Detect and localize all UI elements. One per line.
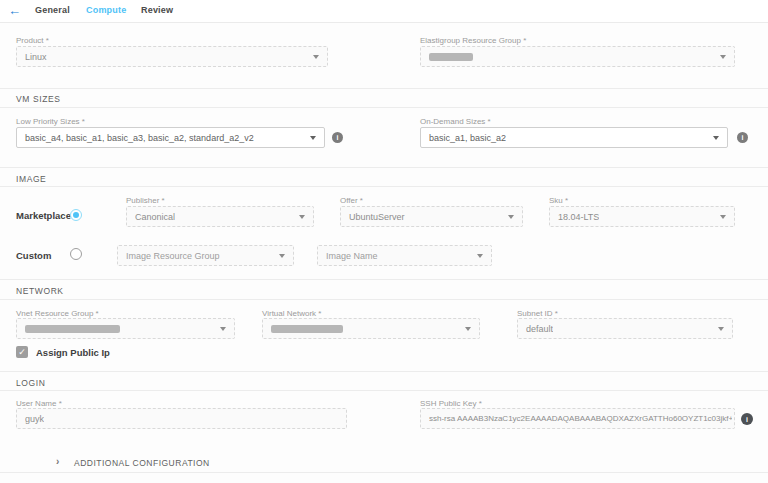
publisher-select[interactable]: Canonical <box>126 206 314 227</box>
section-underline <box>0 299 768 300</box>
chevron-down-icon <box>720 215 726 219</box>
low-priority-sizes-select[interactable]: basic_a4, basic_a1, basic_a3, basic_a2, … <box>16 127 325 148</box>
product-value: Linux <box>25 52 47 62</box>
section-underline <box>0 186 768 187</box>
chevron-down-icon <box>718 327 724 331</box>
offer-label: Offer * <box>340 196 363 205</box>
chevron-down-icon <box>299 215 305 219</box>
image-name-placeholder: Image Name <box>326 251 378 261</box>
section-underline <box>0 107 768 108</box>
info-icon[interactable]: i <box>741 413 753 425</box>
user-name-label: User Name * <box>16 399 62 408</box>
ssh-public-key-input[interactable]: ssh-rsa AAAAB3NzaC1yc2EAAAADAQABAAABAQDX… <box>420 408 735 429</box>
chevron-down-icon <box>720 55 726 59</box>
info-icon[interactable]: i <box>737 132 748 143</box>
additional-configuration-label: ADDITIONAL CONFIGURATION <box>74 458 210 468</box>
subnet-id-label: Subnet ID * <box>517 309 558 318</box>
info-icon[interactable]: i <box>332 132 343 143</box>
chevron-down-icon <box>465 327 471 331</box>
section-divider <box>0 279 768 280</box>
section-divider <box>0 167 768 168</box>
sku-value: 18.04-LTS <box>558 212 599 222</box>
section-divider <box>0 88 768 89</box>
wizard-tab-bar: ← General Compute Review <box>0 0 768 23</box>
offer-value: UbuntuServer <box>349 212 405 222</box>
custom-label: Custom <box>16 250 51 261</box>
subnet-id-select[interactable]: default <box>517 318 733 339</box>
network-section-title: NETWORK <box>16 286 64 296</box>
subnet-id-value: default <box>526 324 553 334</box>
elastigroup-resource-group-select[interactable] <box>420 46 735 67</box>
image-name-select[interactable]: Image Name <box>317 245 492 266</box>
virtual-network-label: Virtual Network * <box>262 309 321 318</box>
product-select[interactable]: Linux <box>16 46 328 67</box>
chevron-down-icon <box>713 136 719 140</box>
back-arrow-icon[interactable]: ← <box>8 2 21 20</box>
sku-select[interactable]: 18.04-LTS <box>549 206 735 227</box>
image-section-title: IMAGE <box>16 174 46 184</box>
chevron-down-icon <box>313 55 319 59</box>
vm-sizes-section-title: VM SIZES <box>16 94 60 104</box>
section-divider <box>0 371 768 372</box>
tab-review[interactable]: Review <box>141 5 173 15</box>
on-demand-sizes-value: basic_a1, basic_a2 <box>429 133 506 143</box>
redacted-value <box>271 325 343 333</box>
tab-general[interactable]: General <box>35 5 70 15</box>
low-priority-sizes-value: basic_a4, basic_a1, basic_a3, basic_a2, … <box>25 133 254 143</box>
vnet-resource-group-label: Vnet Resource Group * <box>16 309 99 318</box>
chevron-down-icon <box>279 254 285 258</box>
image-resource-group-select[interactable]: Image Resource Group <box>117 245 294 266</box>
section-underline <box>0 390 768 391</box>
assign-public-ip-label: Assign Public Ip <box>36 347 110 358</box>
on-demand-sizes-select[interactable]: basic_a1, basic_a2 <box>420 127 728 148</box>
assign-public-ip-checkbox[interactable]: ✓ <box>16 346 28 358</box>
user-name-value: guyk <box>25 414 44 424</box>
publisher-value: Canonical <box>135 212 175 222</box>
chevron-down-icon <box>508 215 514 219</box>
chevron-right-icon: › <box>56 456 59 467</box>
ssh-public-key-value: ssh-rsa AAAAB3NzaC1yc2EAAAADAQABAAABAQDX… <box>429 414 732 423</box>
vnet-resource-group-select[interactable] <box>16 318 235 339</box>
additional-configuration-expander[interactable]: › ADDITIONAL CONFIGURATION <box>0 455 768 472</box>
publisher-label: Publisher * <box>126 196 165 205</box>
redacted-value <box>429 53 473 61</box>
on-demand-sizes-label: On-Demand Sizes * <box>420 117 491 126</box>
chevron-down-icon <box>310 136 316 140</box>
product-label: Product * <box>16 36 49 45</box>
login-section-title: LOGIN <box>16 378 45 388</box>
chevron-down-icon <box>220 327 226 331</box>
elastigroup-resource-group-label: Elastigroup Resource Group * <box>420 36 526 45</box>
custom-radio[interactable] <box>70 248 82 260</box>
marketplace-label: Marketplace <box>16 210 71 221</box>
virtual-network-select[interactable] <box>262 318 480 339</box>
marketplace-radio[interactable] <box>70 209 82 221</box>
sku-label: Sku * <box>549 196 568 205</box>
ssh-public-key-label: SSH Public Key * <box>420 399 482 408</box>
redacted-value <box>25 325 120 333</box>
radio-dot <box>73 212 79 218</box>
chevron-down-icon <box>477 254 483 258</box>
compute-form-page: ← General Compute Review Product * Linux… <box>0 0 768 483</box>
image-resource-group-placeholder: Image Resource Group <box>126 251 220 261</box>
low-priority-sizes-label: Low Priority Sizes * <box>16 117 85 126</box>
section-divider <box>0 472 768 473</box>
offer-select[interactable]: UbuntuServer <box>340 206 523 227</box>
tab-compute[interactable]: Compute <box>86 5 126 15</box>
user-name-input[interactable]: guyk <box>16 408 347 429</box>
